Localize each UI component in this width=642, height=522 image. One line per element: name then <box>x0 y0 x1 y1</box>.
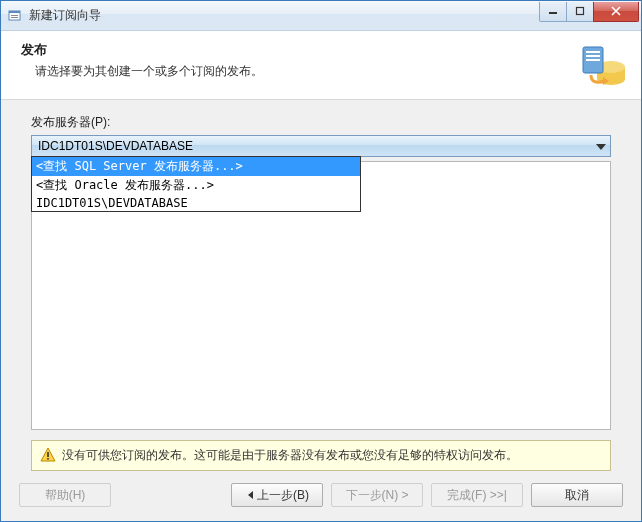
maximize-button[interactable] <box>566 2 594 22</box>
close-button[interactable] <box>593 2 639 22</box>
svg-rect-4 <box>549 12 557 14</box>
window-controls <box>540 2 641 22</box>
chevron-down-icon <box>596 139 606 153</box>
minimize-button[interactable] <box>539 2 567 22</box>
svg-rect-3 <box>11 17 18 18</box>
svg-marker-18 <box>248 491 253 499</box>
wizard-header: 发布 请选择要为其创建一个或多个订阅的发布。 <box>1 31 641 100</box>
chevron-left-icon <box>247 491 255 499</box>
app-icon <box>7 8 23 24</box>
svg-rect-12 <box>586 59 600 61</box>
wizard-body: 发布服务器(P): IDC1DT01S\DEVDATABASE <查找 SQL … <box>1 100 641 430</box>
next-button[interactable]: 下一步(N) > <box>331 483 423 507</box>
button-bar: 帮助(H) 上一步(B) 下一步(N) > 完成(F) >>| 取消 <box>1 471 641 521</box>
publisher-value: IDC1DT01S\DEVDATABASE <box>38 139 193 153</box>
help-button[interactable]: 帮助(H) <box>19 483 111 507</box>
svg-rect-2 <box>11 15 18 16</box>
cancel-button[interactable]: 取消 <box>531 483 623 507</box>
header-icon <box>577 41 627 91</box>
warning-icon <box>40 447 56 463</box>
back-button[interactable]: 上一步(B) <box>231 483 323 507</box>
page-title: 发布 <box>21 41 567 59</box>
dropdown-option-find-oracle[interactable]: <查找 Oracle 发布服务器...> <box>32 176 360 195</box>
warning-panel: 没有可供您订阅的发布。这可能是由于服务器没有发布或您没有足够的特权访问发布。 <box>31 440 611 471</box>
svg-rect-5 <box>577 8 584 15</box>
warning-text: 没有可供您订阅的发布。这可能是由于服务器没有发布或您没有足够的特权访问发布。 <box>62 447 518 464</box>
back-button-label: 上一步(B) <box>257 487 309 504</box>
svg-rect-16 <box>47 452 49 457</box>
publisher-combobox[interactable]: IDC1DT01S\DEVDATABASE <box>31 135 611 157</box>
page-subtitle: 请选择要为其创建一个或多个订阅的发布。 <box>35 63 567 80</box>
dropdown-option-server[interactable]: IDC1DT01S\DEVDATABASE <box>32 195 360 211</box>
svg-rect-11 <box>586 55 600 57</box>
svg-rect-1 <box>9 11 20 13</box>
publisher-dropdown-list[interactable]: <查找 SQL Server 发布服务器...> <查找 Oracle 发布服务… <box>31 156 361 212</box>
svg-marker-14 <box>596 144 606 150</box>
svg-rect-10 <box>586 51 600 53</box>
dropdown-option-find-sql[interactable]: <查找 SQL Server 发布服务器...> <box>32 157 360 176</box>
titlebar[interactable]: 新建订阅向导 <box>1 1 641 31</box>
finish-button[interactable]: 完成(F) >>| <box>431 483 523 507</box>
wizard-window: 新建订阅向导 发布 请选择要为其创建一个或多个订阅的发布。 <box>0 0 642 522</box>
svg-rect-17 <box>47 458 49 460</box>
publisher-label: 发布服务器(P): <box>31 114 611 131</box>
window-title: 新建订阅向导 <box>29 7 540 24</box>
